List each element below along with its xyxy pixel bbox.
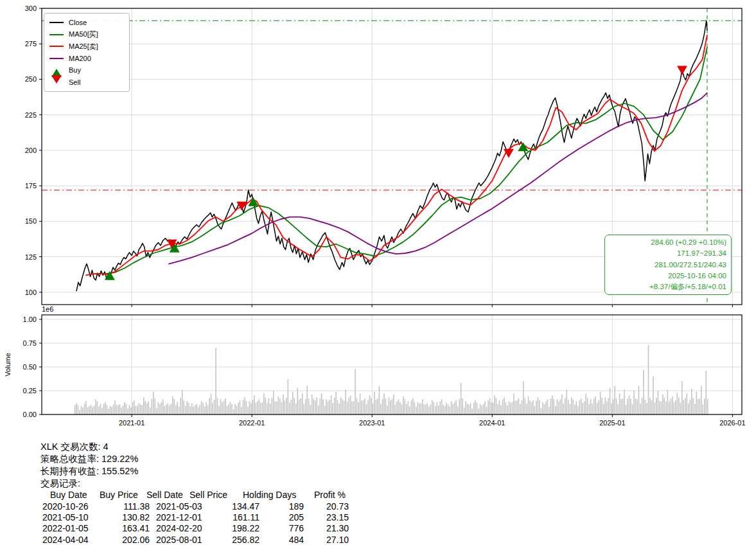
trade-count-line: XLK 交易次数: 4 (40, 441, 400, 453)
legend-line-swatch (49, 58, 64, 59)
price-ytick-label: 125 (25, 253, 37, 261)
legend-line-swatch (49, 46, 64, 47)
date-xtick-label: 2022-01 (239, 419, 265, 427)
legend-label: MA50[买] (69, 30, 98, 39)
annotation-ma-line: 281.00/272.51/240.43 (610, 260, 726, 271)
price-ytick-label: 200 (25, 147, 37, 154)
legend-label: MA25[卖] (69, 42, 98, 51)
trade-table-row: 2022-01-05163.412024-02-20198.2277621.30 (40, 523, 400, 534)
legend-line-swatch (49, 34, 64, 35)
trade-table-cell: 111.38 (115, 501, 150, 512)
trade-table-cell: 2022-01-05 (40, 523, 115, 534)
volume-ytick-label: 0.75 (23, 339, 37, 347)
hold-return-line: 长期持有收益: 155.52% (40, 465, 400, 477)
legend-item-3: MA200 (49, 53, 124, 65)
volume-ytick-label: 0.25 (23, 387, 37, 395)
annotation-signal-line: +8.37/偏多/+5.18/+0.01 (610, 281, 726, 292)
volume-ytick-label: 0.00 (23, 411, 37, 418)
price-ytick-label: 100 (25, 289, 37, 296)
legend-label: MA200 (69, 55, 91, 62)
volume-ytick-label: 0.50 (23, 363, 37, 371)
trade-table: Buy DateBuy PriceSell DateSell PriceHold… (40, 490, 400, 546)
volume-axis-title: Volume (4, 353, 12, 377)
trade-table-cell: 2024-02-20 (156, 523, 228, 534)
trade-table-cell: 256.82 (228, 535, 259, 546)
legend-item-1: MA50[买] (49, 29, 124, 41)
annotation-range-line: 171.97~291.34 (610, 248, 726, 259)
sell-marker (677, 66, 687, 75)
trade-table-cell: 27.10 (304, 535, 349, 546)
annotation-price-line: 284.60 (+0.29 +0.10%) (610, 237, 726, 248)
trade-table-cell: 189 (259, 501, 304, 512)
legend-label: Buy (69, 66, 81, 74)
trade-table-cell: 23.15 (304, 512, 349, 523)
sell-triangle-icon (49, 78, 64, 86)
annotation-date-line: 2025-10-16 04:00 (610, 271, 726, 281)
trade-markers (105, 66, 687, 280)
trade-table-cell: 161.11 (228, 512, 259, 523)
trade-table-header-cell: Sell Price (189, 490, 227, 501)
trade-table-cell: 2021-05-03 (156, 501, 228, 512)
trade-table-cell: 2021-05-10 (40, 512, 115, 523)
volume-bars (75, 345, 708, 414)
legend-item-0: Close (49, 17, 124, 29)
volume-offset-label: 1e6 (42, 305, 53, 313)
legend-line-swatch (49, 22, 64, 23)
date-xtick-label: 2024-01 (479, 419, 505, 427)
trade-table-cell: 21.30 (304, 523, 349, 534)
volume-ytick-label: 1.00 (23, 316, 37, 323)
date-xtick-label: 2023-01 (359, 419, 385, 427)
trade-table-cell: 484 (259, 535, 304, 546)
trade-table-header-cell: Buy Date (50, 490, 87, 501)
legend-item-4: Buy (49, 64, 124, 76)
buy-triangle-icon (49, 66, 64, 75)
date-xtick-label: 2025-01 (599, 419, 625, 427)
trade-table-cell: 163.41 (115, 523, 150, 534)
trade-table-cell: 2021-12-01 (156, 512, 228, 523)
trade-table-cell: 776 (259, 523, 304, 534)
trade-table-cell: 198.22 (228, 523, 259, 534)
gridlines (42, 8, 742, 414)
trade-table-cell: 2024-04-04 (40, 535, 115, 546)
legend-label: Close (69, 19, 87, 26)
trade-table-cell: 2025-08-01 (156, 535, 228, 546)
legend-item-5: Sell (49, 76, 124, 89)
trade-table-row: 2024-04-04202.062025-08-01256.8248427.10 (40, 535, 400, 546)
trade-table-header-cell: Buy Price (100, 490, 138, 501)
trade-table-row: 2020-10-26111.382021-05-03134.4718920.73 (40, 501, 400, 512)
trade-table-cell: 134.47 (228, 501, 259, 512)
quote-annotation-box: 284.60 (+0.29 +0.10%) 171.97~291.34 281.… (604, 235, 732, 295)
trade-table-cell: 2020-10-26 (40, 501, 115, 512)
trade-table-row: 2021-05-10130.822021-12-01161.1120523.15 (40, 512, 400, 523)
date-xtick-label: 2026-01 (719, 419, 745, 427)
price-ytick-label: 275 (25, 40, 37, 48)
strategy-return-line: 策略总收益率: 129.22% (40, 453, 400, 465)
price-ytick-label: 225 (25, 111, 37, 119)
figure: 1001251501752002252502753000.000.250.500… (0, 0, 756, 552)
date-xtick-label: 2021-01 (119, 419, 145, 427)
price-ytick-label: 300 (25, 4, 37, 12)
trade-table-cell: 202.06 (115, 535, 150, 546)
axes-spines (42, 8, 742, 414)
trade-table-cell: 20.73 (304, 501, 349, 512)
trade-table-header: Buy DateBuy PriceSell DateSell PriceHold… (40, 490, 400, 501)
trade-table-header-cell: Sell Date (146, 490, 183, 501)
legend-label: Sell (69, 78, 80, 86)
legend-box: CloseMA50[买]MA25[卖]MA200BuySell (44, 13, 130, 92)
price-ytick-label: 175 (25, 182, 37, 190)
trade-table-cell: 205 (259, 512, 304, 523)
trade-table-header-cell: Profit % (314, 490, 346, 501)
strategy-summary: XLK 交易次数: 4 策略总收益率: 129.22% 长期持有收益: 155.… (40, 441, 400, 546)
price-ytick-label: 150 (25, 217, 37, 225)
trade-log-label: 交易记录: (40, 477, 400, 490)
trade-table-cell: 130.82 (115, 512, 150, 523)
tick-marks (39, 8, 732, 417)
trade-table-header-cell: Holding Days (243, 490, 296, 501)
price-ytick-label: 250 (25, 75, 37, 83)
legend-item-2: MA25[卖] (49, 40, 124, 53)
